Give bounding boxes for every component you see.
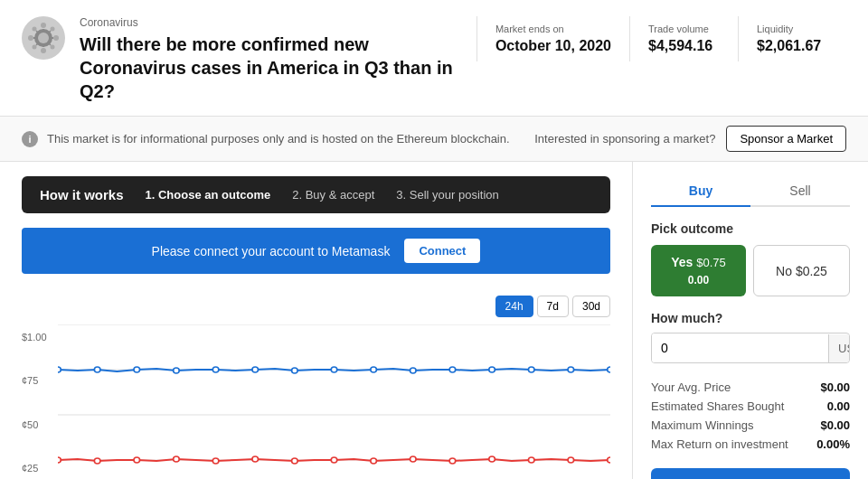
avg-price-label: Your Avg. Price [651,380,731,394]
avg-price-value: $0.00 [820,380,850,394]
est-shares-label: Estimated Shares Bought [651,399,784,413]
price-chart [58,324,610,479]
y-axis-labels: $1.00 ¢75 ¢50 ¢25 [22,324,58,479]
chart-btn-7d[interactable]: 7d [537,296,569,317]
trade-stats: Your Avg. Price $0.00 Estimated Shares B… [651,378,850,454]
chart-dot-red [410,456,417,462]
yes-label: Yes [671,255,693,269]
svg-point-3 [28,35,33,41]
info-bar: i This market is for informational purpo… [0,117,868,162]
sponsor-question: Interested in sponsoring a market? [534,132,715,146]
max-return-value: 0.00% [816,437,850,451]
chart-btn-24h[interactable]: 24h [495,296,533,317]
chart-dot [528,367,534,372]
avg-price-row: Your Avg. Price $0.00 [651,378,850,397]
chart-dot-red [528,457,534,463]
no-outcome-button[interactable]: No $0.25 [753,245,850,296]
info-bar-left: i This market is for informational purpo… [22,131,510,147]
step-3: 3. Sell your position [396,188,498,202]
market-title: Will there be more confirmed new Coronav… [80,33,462,103]
yes-outcome-button[interactable]: Yes $0.75 0.00 [651,245,746,296]
no-label: No [776,264,792,278]
trade-volume-label: Trade volume [648,23,720,34]
max-return-row: Max Return on investment 0.00% [651,435,850,454]
svg-point-6 [51,27,55,32]
chart-dot-red [134,457,140,463]
chart-dot-red [292,458,298,464]
chart-dot-red [371,458,377,464]
chart-dot-red [252,456,259,462]
market-logo [22,16,65,60]
chart-dot-red [568,457,574,463]
buy-sell-tabs: Buy Sell [651,176,850,207]
svg-point-17 [38,33,49,43]
chart-dot-red [449,458,456,464]
sell-tab[interactable]: Sell [750,176,850,205]
chart-dot [489,367,495,372]
how-it-works-bar: How it works 1. Choose an outcome 2. Buy… [22,176,610,213]
page-wrapper: Coronavirus Will there be more confirmed… [0,0,868,479]
svg-point-8 [51,45,55,50]
chart-area: 24h 7d 30d $1.00 ¢75 ¢50 ¢25 [22,288,610,479]
chart-dot [134,367,140,372]
chart-dot [331,367,337,372]
est-shares-value: 0.00 [827,399,850,413]
chart-dot [449,367,456,372]
market-ends-label: Market ends on [495,23,611,34]
pick-outcome-label: Pick outcome [651,221,850,236]
chart-dot-red [58,457,61,463]
trade-volume-value: $4,594.16 [648,38,720,54]
chart-dot [212,367,219,372]
y-label-25: ¢25 [22,463,58,474]
y-label-50: ¢50 [22,419,58,430]
max-return-label: Max Return on investment [651,437,788,451]
buy-tab[interactable]: Buy [651,176,750,207]
how-it-works-title: How it works [40,187,124,202]
svg-point-2 [41,48,46,53]
chart-dot [568,367,574,372]
max-winnings-label: Maximum Winnings [651,418,753,432]
how-much-label: How much? [651,311,850,325]
chart-btn-30d[interactable]: 30d [572,296,610,317]
main-content: How it works 1. Choose an outcome 2. Buy… [0,162,868,479]
chart-dot-red [489,456,495,462]
market-title-block: Coronavirus Will there be more confirmed… [80,16,462,103]
connect-button[interactable]: Connect [404,239,480,263]
svg-point-1 [41,23,46,28]
amount-input[interactable] [652,333,828,362]
chart-dot [252,367,259,372]
sponsor-market-button[interactable]: Sponsor a Market [726,126,846,152]
yes-price: $0.75 [696,256,726,269]
y-label-75: ¢75 [22,375,58,386]
chart-dot-red [212,458,219,464]
amount-input-row: USDC [651,333,850,363]
liquidity-value: $2,061.67 [757,38,828,54]
chart-dot [174,368,180,373]
yes-sub: 0.00 [688,274,709,286]
liquidity-label: Liquidity [757,23,828,34]
est-shares-row: Estimated Shares Bought 0.00 [651,397,850,416]
trade-volume-stat: Trade volume $4,594.16 [629,16,738,61]
chart-dot-red [608,457,610,463]
no-price: $0.25 [796,264,827,278]
chart-controls: 24h 7d 30d [22,296,610,317]
info-message: This market is for informational purpose… [47,132,510,146]
chart-dot [410,368,417,373]
chart-svg-wrapper: $1.00 ¢75 ¢50 ¢25 [22,324,610,479]
chart-dot [608,367,610,372]
step-1: 1. Choose an outcome [146,188,271,202]
currency-label: USDC [828,334,850,362]
step-2: 2. Buy & accept [292,188,374,202]
svg-point-7 [33,45,37,50]
liquidity-stat: Liquidity $2,061.67 [738,16,846,61]
market-category: Coronavirus [80,16,462,29]
buy-action-button[interactable]: Buy [651,468,850,479]
connect-bar: Please connect your account to Metamask … [22,228,610,274]
chart-dot [292,368,298,373]
info-icon: i [22,131,38,147]
market-stats: Market ends on October 10, 2020 Trade vo… [476,16,846,61]
max-winnings-value: $0.00 [820,418,850,432]
outcome-buttons: Yes $0.75 0.00 No $0.25 [651,245,850,296]
market-ends-stat: Market ends on October 10, 2020 [476,16,629,61]
svg-point-5 [33,27,37,32]
